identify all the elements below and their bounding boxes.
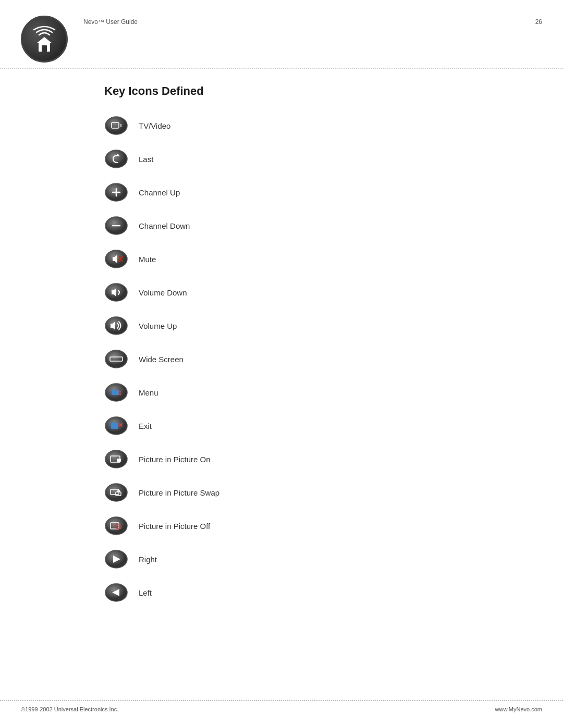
header-meta: Nevo™ User Guide 26 <box>83 16 542 26</box>
svg-rect-37 <box>117 490 120 492</box>
svg-rect-24 <box>112 390 119 395</box>
svg-point-19 <box>105 317 127 335</box>
svg-point-21 <box>105 350 127 368</box>
list-item: Exit <box>104 414 459 438</box>
tv-video-label: TV/Video <box>139 121 170 130</box>
list-item: Picture in Picture Off <box>104 514 459 538</box>
menu-icon <box>104 380 128 404</box>
svg-rect-2 <box>42 45 47 52</box>
pip-on-label: Picture in Picture On <box>139 455 211 464</box>
footer-website: www.MyNevo.com <box>495 706 542 712</box>
last-label: Last <box>139 155 153 164</box>
svg-point-3 <box>105 117 127 134</box>
channel-up-label: Channel Up <box>139 188 180 197</box>
footer-copyright: ©1999-2002 Universal Electronics Inc. <box>21 706 118 712</box>
tv-video-icon <box>104 114 128 138</box>
pip-off-icon <box>104 514 128 538</box>
svg-point-6 <box>105 150 127 168</box>
icon-list: TV/Video Last <box>104 114 459 604</box>
mute-icon <box>104 247 128 271</box>
wide-screen-icon <box>104 347 128 371</box>
main-content: Key Icons Defined TV/Video <box>0 69 563 656</box>
list-item: Menu <box>104 380 459 404</box>
left-label: Left <box>139 588 152 597</box>
menu-label: Menu <box>139 388 158 397</box>
header-title: Nevo™ User Guide <box>83 18 138 26</box>
left-icon <box>104 581 128 604</box>
right-icon <box>104 547 128 571</box>
svg-rect-26 <box>119 393 121 395</box>
channel-up-icon <box>104 180 128 204</box>
channel-down-label: Channel Down <box>139 221 190 230</box>
section-title: Key Icons Defined <box>104 84 459 98</box>
pip-off-label: Picture in Picture Off <box>139 522 210 530</box>
exit-label: Exit <box>139 422 152 430</box>
volume-up-label: Volume Up <box>139 322 177 330</box>
pip-swap-icon <box>104 480 128 504</box>
list-item: Channel Down <box>104 214 459 238</box>
last-icon <box>104 147 128 171</box>
list-item: TV/Video <box>104 114 459 138</box>
list-item: Channel Up <box>104 180 459 204</box>
list-item: Left <box>104 581 459 604</box>
pip-swap-label: Picture in Picture Swap <box>139 488 219 497</box>
list-item: Picture in Picture On <box>104 447 459 471</box>
svg-point-31 <box>105 450 127 468</box>
svg-point-34 <box>105 484 127 501</box>
volume-down-label: Volume Down <box>139 288 187 297</box>
footer: ©1999-2002 Universal Electronics Inc. ww… <box>0 700 563 712</box>
volume-down-icon <box>104 280 128 304</box>
header: Nevo™ User Guide 26 <box>0 0 563 69</box>
list-item: Wide Screen <box>104 347 459 371</box>
channel-down-icon <box>104 214 128 238</box>
page-container: Nevo™ User Guide 26 Key Icons Defined TV… <box>0 0 563 728</box>
list-item: Mute <box>104 247 459 271</box>
pip-on-icon <box>104 447 128 471</box>
svg-rect-25 <box>119 391 121 392</box>
nevo-logo <box>21 16 68 63</box>
mute-label: Mute <box>139 255 156 264</box>
right-label: Right <box>139 555 157 564</box>
page-number: 26 <box>535 18 542 26</box>
list-item: Last <box>104 147 459 171</box>
list-item: Picture in Picture Swap <box>104 480 459 504</box>
logo-area <box>21 16 68 63</box>
svg-marker-0 <box>36 37 52 43</box>
exit-icon <box>104 414 128 438</box>
list-item: Right <box>104 547 459 571</box>
list-item: Volume Down <box>104 280 459 304</box>
svg-rect-33 <box>117 459 121 462</box>
list-item: Volume Up <box>104 314 459 338</box>
svg-point-38 <box>105 517 127 535</box>
wide-screen-label: Wide Screen <box>139 355 183 364</box>
svg-rect-28 <box>111 423 118 429</box>
volume-up-icon <box>104 314 128 338</box>
